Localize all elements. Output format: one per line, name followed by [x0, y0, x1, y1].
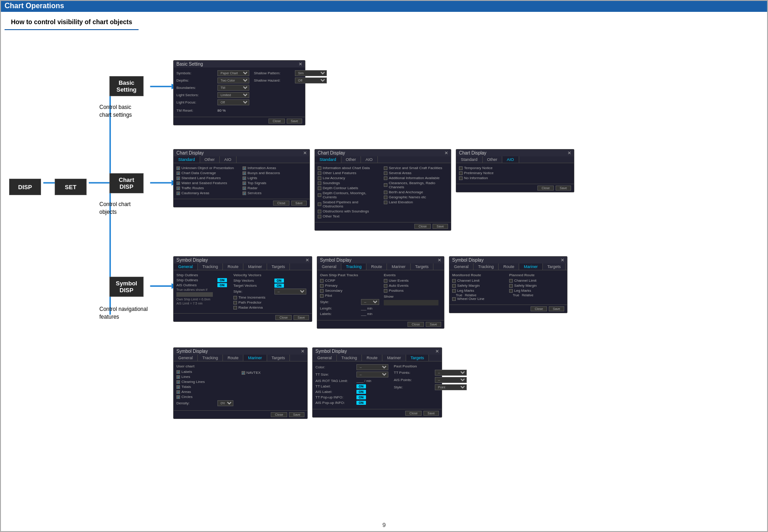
- tab-tracking[interactable]: Tracking: [198, 355, 223, 361]
- cb-icon: [452, 297, 456, 301]
- symbol-disp-2-titlebar: Symbol Display ✕: [317, 257, 444, 263]
- tab-mariner[interactable]: Mariner: [387, 263, 411, 270]
- tab-route[interactable]: Route: [223, 263, 243, 270]
- close-button[interactable]: Close: [531, 306, 547, 311]
- cb-icon: [176, 171, 180, 175]
- symbol-disp-5-titlebar: Symbol Display ✕: [313, 348, 442, 355]
- tab-aio[interactable]: AIO: [502, 156, 519, 163]
- symbol-disp-1-titlebar: Symbol Display ✕: [174, 257, 312, 263]
- chart-disp-dialog-2: Chart Display ✕ Standard Other AIO Infor…: [314, 149, 451, 231]
- close-button[interactable]: Close: [407, 322, 424, 327]
- tab-tracking[interactable]: Tracking: [341, 263, 366, 270]
- save-button[interactable]: Save: [294, 315, 309, 320]
- tab-tracking[interactable]: Tracking: [198, 263, 223, 270]
- basic-setting-body: Symbols:Paper Chart Depths:Two Color Bou…: [174, 67, 305, 117]
- close-icon[interactable]: ✕: [438, 258, 441, 263]
- symbol-disp-1-body: Ship Outlines Ship OutlinesON AIS Outlin…: [174, 270, 312, 313]
- tab-route[interactable]: Route: [499, 263, 519, 270]
- cb-icon: [384, 201, 387, 204]
- cb-icon: [233, 296, 237, 300]
- cb-icon: [318, 210, 321, 213]
- symbol-disp-1-tabs: General Tracking Route Mariner Targets: [174, 263, 312, 270]
- tab-tracking[interactable]: Tracking: [474, 263, 499, 270]
- cb-icon: [509, 279, 513, 283]
- symbol-disp-4-titlebar: Symbol Display ✕: [174, 348, 307, 355]
- chart-disp-1-footer: Close Save: [174, 199, 309, 207]
- save-button[interactable]: Save: [289, 412, 304, 417]
- close-button[interactable]: Close: [275, 315, 292, 320]
- cb-icon: [176, 390, 180, 394]
- close-icon[interactable]: ✕: [303, 150, 307, 155]
- tab-general[interactable]: General: [174, 355, 198, 361]
- tab-standard[interactable]: Standard: [174, 156, 200, 163]
- tab-other[interactable]: Other: [483, 156, 503, 163]
- close-button[interactable]: Close: [273, 201, 289, 206]
- save-button[interactable]: Save: [287, 119, 302, 124]
- symbol-disp-box: Symbol DISP: [109, 277, 144, 297]
- tab-mariner[interactable]: Mariner: [243, 263, 267, 270]
- tab-targets[interactable]: Targets: [267, 263, 290, 270]
- tab-standard[interactable]: Standard: [315, 156, 341, 163]
- save-button[interactable]: Save: [433, 224, 448, 229]
- tab-targets[interactable]: Targets: [543, 263, 566, 270]
- close-icon[interactable]: ✕: [305, 258, 309, 263]
- tab-targets[interactable]: Targets: [411, 263, 434, 270]
- tab-standard[interactable]: Standard: [456, 156, 483, 163]
- save-button[interactable]: Save: [291, 201, 307, 206]
- close-button[interactable]: Close: [537, 186, 554, 191]
- save-button[interactable]: Save: [556, 186, 571, 191]
- cb-icon: [176, 395, 180, 399]
- cb-icon: [318, 166, 321, 170]
- tab-targets[interactable]: Targets: [406, 355, 429, 361]
- tab-general[interactable]: General: [313, 355, 337, 361]
- chart-disp-dialog-1: Chart Display ✕ Standard Other AIO Unkno…: [173, 149, 310, 207]
- tab-aio[interactable]: AIO: [220, 156, 237, 163]
- close-icon[interactable]: ✕: [435, 349, 439, 354]
- tab-aio[interactable]: AIO: [361, 156, 378, 163]
- symbol-disp-dialog-1: Symbol Display ✕ General Tracking Route …: [173, 256, 312, 322]
- close-icon[interactable]: ✕: [301, 349, 304, 354]
- basic-setting-box: Basic Setting: [109, 76, 144, 96]
- cb-icon: [242, 171, 246, 175]
- tab-other[interactable]: Other: [200, 156, 220, 163]
- tab-mariner[interactable]: Mariner: [519, 263, 543, 270]
- tab-general[interactable]: General: [174, 263, 198, 270]
- tab-general[interactable]: General: [317, 263, 341, 270]
- cb-icon: [384, 191, 387, 194]
- close-button[interactable]: Close: [268, 119, 285, 124]
- symbol-disp-5-body: Color:-- TT Size:-- AIS ROT TAG Limit:__…: [313, 362, 442, 409]
- cb-icon: [384, 196, 387, 199]
- tab-general[interactable]: General: [449, 263, 474, 270]
- symbol-disp-4-footer: Close Save: [174, 410, 307, 418]
- symbol-disp-2-tabs: General Tracking Route Mariner Targets: [317, 263, 444, 270]
- cb-icon: [459, 166, 463, 170]
- cb-icon: [176, 385, 180, 389]
- close-button[interactable]: Close: [271, 412, 287, 417]
- basic-setting-caption: Control basicchart settings: [99, 103, 132, 119]
- tab-other[interactable]: Other: [341, 156, 361, 163]
- tab-route[interactable]: Route: [362, 355, 382, 361]
- tab-targets[interactable]: Targets: [267, 355, 290, 361]
- close-icon[interactable]: ✕: [444, 150, 448, 155]
- close-icon[interactable]: ✕: [561, 258, 564, 263]
- cb-icon: [176, 186, 180, 190]
- close-button[interactable]: Close: [405, 411, 422, 416]
- chart-disp-caption: Control chartobjects: [99, 201, 131, 216]
- cb-icon: [242, 191, 246, 195]
- cb-icon: [176, 375, 180, 379]
- close-button[interactable]: Close: [414, 224, 431, 229]
- tab-mariner[interactable]: Mariner: [382, 355, 406, 361]
- tab-mariner[interactable]: Mariner: [243, 355, 267, 361]
- cb-icon: [242, 166, 246, 170]
- save-button[interactable]: Save: [549, 306, 564, 311]
- close-icon[interactable]: ✕: [299, 62, 302, 67]
- cb-icon: [318, 181, 321, 185]
- cb-icon: [176, 380, 180, 384]
- save-button[interactable]: Save: [423, 411, 439, 416]
- save-button[interactable]: Save: [426, 322, 441, 327]
- close-icon[interactable]: ✕: [567, 150, 571, 155]
- tab-route[interactable]: Route: [223, 355, 243, 361]
- tab-tracking[interactable]: Tracking: [337, 355, 362, 361]
- tab-route[interactable]: Route: [366, 263, 387, 270]
- cb-icon: [176, 181, 180, 185]
